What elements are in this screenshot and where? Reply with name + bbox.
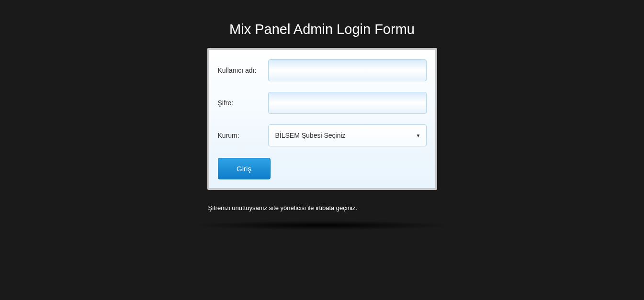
institution-label: Kurum: <box>218 132 268 139</box>
institution-select-wrapper: BİLSEM Şubesi Seçiniz <box>268 124 427 146</box>
password-input[interactable] <box>268 92 427 114</box>
institution-select[interactable]: BİLSEM Şubesi Seçiniz <box>268 124 427 146</box>
login-panel: Kullanıcı adı: Şifre: Kurum: BİLSEM Şube… <box>207 48 437 190</box>
password-label: Şifre: <box>218 99 268 107</box>
username-row: Kullanıcı adı: <box>218 59 427 81</box>
institution-row: Kurum: BİLSEM Şubesi Seçiniz <box>218 124 427 146</box>
password-row: Şifre: <box>218 92 427 114</box>
help-text: Şifrenizi unuttuysanız site yöneticisi i… <box>207 204 437 211</box>
username-label: Kullanıcı adı: <box>218 67 268 74</box>
page-title: Mix Panel Admin Login Formu <box>207 22 437 37</box>
username-input[interactable] <box>268 59 427 81</box>
submit-button[interactable]: Giriş <box>218 158 271 179</box>
shadow-decoration <box>200 221 444 230</box>
login-container: Mix Panel Admin Login Formu Kullanıcı ad… <box>207 0 437 230</box>
